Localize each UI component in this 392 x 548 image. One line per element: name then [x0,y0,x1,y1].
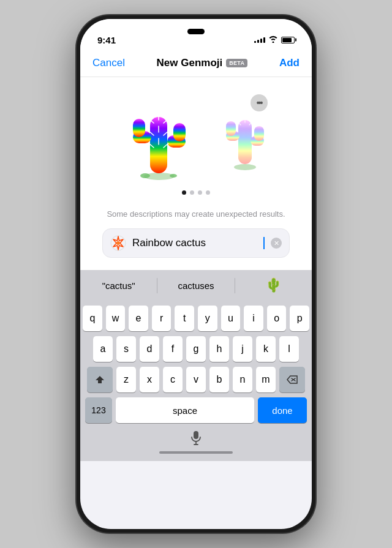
genmoji-icon [110,235,126,251]
svg-rect-30 [194,431,198,439]
keyboard-row-2: a s d f g h j k l [83,336,309,362]
nav-bar: Cancel New Genmoji BETA Add [80,52,312,77]
dot-2 [190,190,194,195]
add-button[interactable]: Add [279,57,300,69]
emoji-preview: ••• [92,89,300,184]
key-o[interactable]: o [267,306,287,331]
key-c[interactable]: c [163,367,183,392]
key-f[interactable]: f [163,336,183,362]
svg-point-16 [170,174,177,178]
keyboard-row-1: q w e r t y u i o p [83,306,309,331]
predictive-item-1[interactable]: "cactus" [80,278,157,293]
key-w[interactable]: w [106,306,126,331]
key-l[interactable]: l [279,336,299,362]
status-time: 9:41 [97,35,116,45]
key-u[interactable]: u [221,306,241,331]
dot-4 [206,190,210,195]
phone-screen: 9:41 Cancel New Genmoj [80,19,312,529]
mic-row [80,428,312,446]
key-i[interactable]: i [244,306,263,331]
emoji-secondary [214,108,276,169]
search-row: Rainbow cactus ✕ [92,228,300,258]
key-e[interactable]: e [129,306,148,331]
clear-button[interactable]: ✕ [271,238,282,249]
phone-frame: 9:41 Cancel New Genmoj [77,15,315,533]
svg-point-15 [140,173,150,178]
dot-1 [182,190,186,195]
cancel-button[interactable]: Cancel [92,57,125,69]
key-s[interactable]: s [116,336,136,362]
content-area: ••• [80,77,312,270]
key-y[interactable]: y [198,306,217,331]
dynamic-island [187,29,205,34]
key-v[interactable]: v [186,367,206,392]
svg-rect-3 [133,119,145,137]
key-a[interactable]: a [93,336,113,362]
keyboard: q w e r t y u i o p a s d f g h j k [80,301,312,428]
signal-icon [254,37,265,43]
predictive-item-3[interactable]: 🌵 [235,275,312,296]
home-indicator [80,446,312,461]
wifi-icon [268,36,278,45]
key-b[interactable]: b [209,367,229,392]
more-button[interactable]: ••• [251,94,268,111]
beta-badge: BETA [226,59,247,67]
search-input-value[interactable]: Rainbow cactus [132,237,257,249]
microphone-icon[interactable] [190,430,202,445]
home-bar [159,451,233,454]
key-p[interactable]: p [290,306,309,331]
key-d[interactable]: d [140,336,159,362]
key-m[interactable]: m [256,367,276,392]
disclaimer-text: Some descriptions may create unexpected … [92,205,300,228]
predictive-bar: "cactus" cactuses 🌵 [80,270,312,301]
key-shift[interactable] [87,367,113,392]
key-r[interactable]: r [152,306,172,331]
nav-title: New Genmoji [157,57,223,69]
search-input-container: Rainbow cactus ✕ [102,228,290,258]
key-x[interactable]: x [140,367,159,392]
battery-icon [281,37,295,43]
key-space[interactable]: space [116,397,254,423]
key-done[interactable]: done [258,397,307,423]
key-q[interactable]: q [83,306,102,331]
key-g[interactable]: g [186,336,206,362]
key-t[interactable]: t [175,306,194,331]
key-j[interactable]: j [233,336,252,362]
status-icons [254,36,295,45]
svg-rect-18 [238,120,252,164]
pagination-dots [92,184,300,205]
key-backspace[interactable] [279,367,305,392]
emoji-main [116,96,202,181]
dot-3 [198,190,202,195]
key-numbers[interactable]: 123 [85,397,112,423]
key-k[interactable]: k [256,336,276,362]
svg-rect-22 [254,126,264,141]
keyboard-row-3: z x c v b n m [83,367,309,392]
key-z[interactable]: z [116,367,136,392]
svg-point-27 [116,241,120,245]
svg-point-17 [234,164,256,170]
key-h[interactable]: h [209,336,229,362]
svg-rect-1 [150,117,167,173]
svg-rect-5 [173,123,186,141]
keyboard-row-bottom: 123 space done [83,397,309,423]
key-n[interactable]: n [233,367,252,392]
status-bar: 9:41 [80,19,312,52]
predictive-item-2[interactable]: cactuses [157,278,235,293]
nav-title-group: New Genmoji BETA [157,57,248,69]
svg-rect-20 [226,121,236,136]
